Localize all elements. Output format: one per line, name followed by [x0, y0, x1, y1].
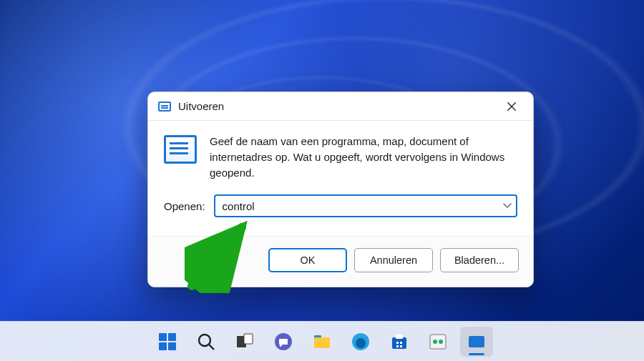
taskbar-start[interactable] [151, 327, 184, 357]
svg-rect-25 [471, 342, 478, 343]
file-explorer-icon [312, 332, 332, 352]
taskbar-search[interactable] [190, 327, 223, 357]
svg-rect-4 [168, 342, 176, 350]
edge-icon [351, 332, 371, 352]
svg-point-13 [356, 338, 366, 348]
taskbar-store[interactable] [383, 327, 416, 357]
search-icon [196, 332, 216, 352]
open-row: Openen: [148, 184, 533, 224]
taskbar [0, 321, 644, 361]
svg-rect-15 [396, 335, 403, 339]
chat-icon [273, 332, 293, 352]
task-view-icon [235, 332, 255, 352]
taskbar-settings[interactable] [421, 327, 454, 357]
ok-button[interactable]: OK [268, 248, 347, 272]
close-icon [507, 102, 517, 112]
cancel-button[interactable]: Annuleren [354, 248, 433, 272]
store-icon [389, 332, 409, 352]
svg-rect-24 [471, 339, 481, 340]
svg-rect-11 [314, 337, 330, 348]
svg-point-5 [199, 335, 210, 346]
close-button[interactable] [497, 96, 526, 117]
svg-rect-2 [168, 333, 176, 341]
run-taskbar-icon [467, 332, 487, 352]
svg-rect-3 [159, 342, 167, 350]
run-icon [158, 102, 171, 112]
taskbar-run[interactable] [460, 327, 493, 357]
taskbar-task-view[interactable] [228, 327, 261, 357]
taskbar-chat[interactable] [267, 327, 300, 357]
taskbar-edge[interactable] [344, 327, 377, 357]
svg-rect-17 [400, 342, 402, 344]
open-combobox [214, 194, 517, 217]
dialog-body: Geef de naam van een programma, map, doc… [148, 121, 533, 184]
svg-rect-16 [396, 342, 399, 344]
dialog-description: Geef de naam van een programma, map, doc… [210, 134, 517, 180]
dialog-title: Uitvoeren [178, 100, 224, 112]
open-label: Openen: [164, 200, 205, 212]
svg-rect-19 [400, 345, 402, 347]
svg-rect-1 [159, 333, 167, 341]
titlebar: Uitvoeren [148, 92, 533, 121]
run-dialog: Uitvoeren Geef de naam van een programma… [147, 92, 534, 287]
browse-button[interactable]: Bladeren... [440, 248, 519, 272]
svg-rect-8 [244, 334, 253, 344]
start-icon [157, 332, 177, 352]
svg-rect-18 [396, 345, 399, 347]
svg-line-6 [209, 345, 214, 350]
svg-point-22 [439, 340, 443, 344]
taskbar-explorer[interactable] [306, 327, 338, 357]
settings-icon [428, 332, 448, 352]
svg-point-21 [433, 340, 437, 344]
open-input[interactable] [214, 194, 517, 217]
svg-rect-20 [430, 335, 446, 349]
dialog-buttons: OK Annuleren Bladeren... [148, 236, 533, 287]
run-large-icon [164, 135, 197, 164]
svg-rect-14 [392, 337, 406, 349]
